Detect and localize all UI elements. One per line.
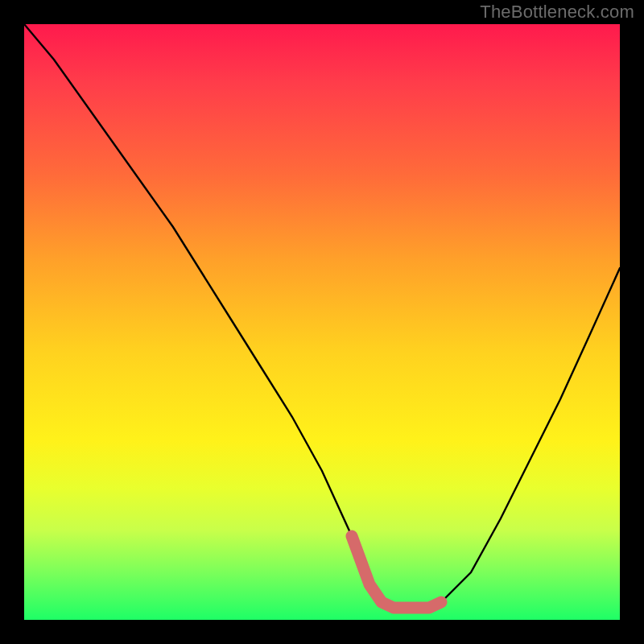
plot-area [24,24,620,620]
bottleneck-curve-path [24,24,620,608]
highlight-segment-path [352,536,441,608]
chart-frame: TheBottleneck.com [0,0,644,644]
curve-svg [24,24,620,620]
watermark-text: TheBottleneck.com [480,2,634,23]
